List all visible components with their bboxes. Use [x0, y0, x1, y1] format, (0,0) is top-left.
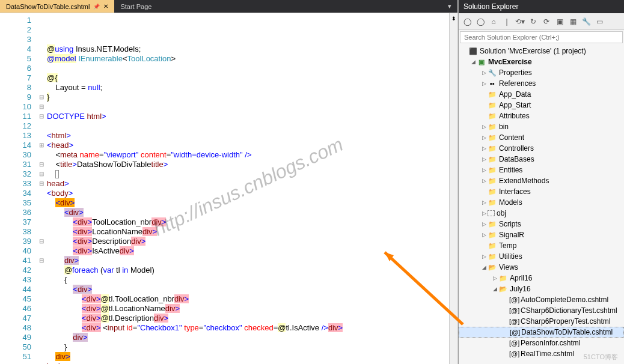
pin-icon[interactable]: 📌	[93, 4, 100, 10]
tree-item[interactable]: ◢▣MvcExercise	[459, 56, 624, 67]
tab-label: DataShowToDivTable.cshtml	[6, 3, 90, 10]
solution-toolbar: ◯ ◯ ⌂ | ⟲▾ ↻ ⟳ ▣ ▦ 🔧 ▭	[459, 13, 624, 30]
col-refresh-icon[interactable]: ⟳	[540, 16, 552, 28]
tree-item[interactable]: 📁App_Start	[459, 100, 624, 111]
tab-dropdown-icon[interactable]: ▾	[442, 0, 457, 13]
scroll-hint-margin: ⬍	[449, 13, 457, 364]
tree-item[interactable]: [@]PersonInfor.cshtml	[459, 338, 624, 348]
code-content[interactable]: http://insus.cnblogs.com @using Insus.NE…	[47, 13, 449, 364]
nav-fwd-icon[interactable]: ◯	[474, 16, 486, 28]
tree-item[interactable]: ▷📁April16	[459, 273, 624, 284]
line-number-gutter: 1234567891011121314303132333435363738394…	[0, 13, 36, 364]
preview-icon[interactable]: ▭	[593, 16, 605, 28]
tree-item[interactable]: ▷🔧Properties	[459, 67, 624, 78]
tree-item[interactable]: 📁Attributes	[459, 111, 624, 121]
tab-start-page[interactable]: Start Page	[114, 0, 158, 13]
tree-item[interactable]: 📁App_Data	[459, 89, 624, 100]
tree-item[interactable]: ▷📁Utilities	[459, 251, 624, 262]
tree-item[interactable]: [@]DataShowToDivTable.cshtml	[459, 327, 624, 338]
tree-item[interactable]: ▷📁Controllers	[459, 143, 624, 154]
show-all-icon[interactable]: ▦	[567, 16, 579, 28]
fold-gutter[interactable]: ⊟⊟⊟⊞⊟⊟⊟⊟⊟	[36, 13, 47, 364]
tree-item[interactable]: ▷obj	[459, 208, 624, 219]
tree-item[interactable]: ▷📁ExtendMethods	[459, 175, 624, 186]
solution-explorer-title: Solution Explorer	[459, 0, 624, 13]
tab-label: Start Page	[120, 3, 151, 10]
refresh-icon[interactable]: ↻	[527, 16, 539, 28]
tree-item[interactable]: ▷📁DataBases	[459, 154, 624, 165]
tab-bar: DataShowToDivTable.cshtml 📌 ✕ Start Page…	[0, 0, 457, 13]
tree-item[interactable]: ▷▪▪References	[459, 78, 624, 89]
code-area[interactable]: 1234567891011121314303132333435363738394…	[0, 13, 457, 364]
tree-item[interactable]: [@]CSharp6ProperyTest.cshtml	[459, 316, 624, 327]
editor-pane: DataShowToDivTable.cshtml 📌 ✕ Start Page…	[0, 0, 458, 364]
tree-item[interactable]: ⬛Solution 'MvcExercise' (1 project)	[459, 46, 624, 56]
tree-item[interactable]: [@]CSharp6DictionaryTest.cshtml	[459, 305, 624, 316]
tree-item[interactable]: ▷📁Entities	[459, 165, 624, 175]
home-icon[interactable]: ⌂	[488, 16, 500, 28]
tree-item[interactable]: ◢📂July16	[459, 284, 624, 294]
solution-search-input[interactable]	[460, 31, 623, 43]
tree-item[interactable]: ▷📁bin	[459, 121, 624, 132]
collapse-icon[interactable]: ▣	[554, 16, 566, 28]
sync-icon[interactable]: ⟲▾	[514, 16, 526, 28]
bottom-watermark: 51CTO博客	[584, 353, 618, 362]
properties-icon[interactable]: 🔧	[580, 16, 592, 28]
sep: |	[501, 16, 513, 28]
solution-tree[interactable]: ⬛Solution 'MvcExercise' (1 project)◢▣Mvc…	[459, 44, 624, 364]
nav-back-icon[interactable]: ◯	[461, 16, 473, 28]
tree-item[interactable]: ▷📁Content	[459, 132, 624, 143]
tab-active[interactable]: DataShowToDivTable.cshtml 📌 ✕	[0, 0, 114, 13]
tree-item[interactable]: ▷📁SignalR	[459, 229, 624, 240]
tree-item[interactable]: 📁Temp	[459, 240, 624, 251]
tree-item[interactable]: [@]AutoCompleteDemo.cshtml	[459, 294, 624, 305]
tree-item[interactable]: 📁Interfaces	[459, 186, 624, 197]
tree-item[interactable]: ◢📂Views	[459, 262, 624, 273]
split-icon[interactable]: ⬍	[450, 16, 457, 22]
tab-spacer	[158, 0, 442, 13]
solution-explorer: Solution Explorer ◯ ◯ ⌂ | ⟲▾ ↻ ⟳ ▣ ▦ 🔧 ▭…	[458, 0, 624, 364]
tree-item[interactable]: ▷📁Scripts	[459, 219, 624, 229]
close-icon[interactable]: ✕	[103, 3, 108, 10]
tree-item[interactable]: ▷📁Models	[459, 197, 624, 208]
